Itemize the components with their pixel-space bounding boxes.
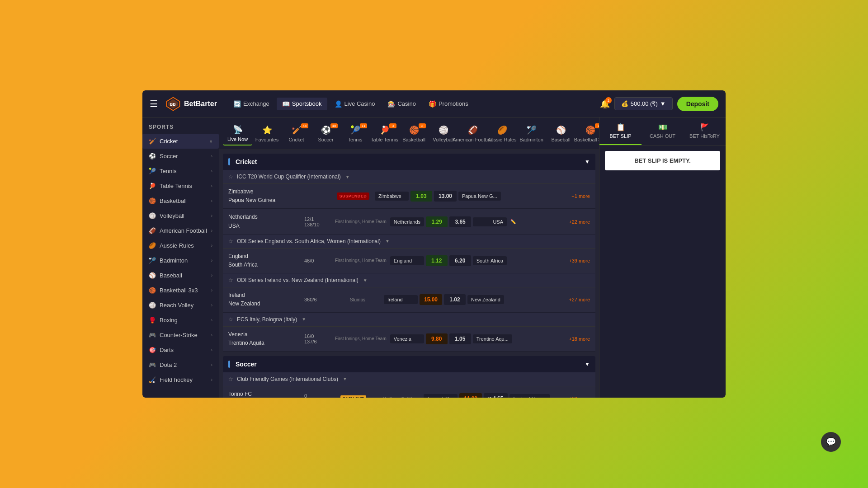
tab-cricket[interactable]: 46 🏏 Cricket xyxy=(282,122,311,145)
notification-button[interactable]: 🔔 1 xyxy=(600,99,610,109)
events-area: Cricket ▼ ☆ ICC T20 World Cup Qualifier … xyxy=(219,150,599,398)
tab-basketball[interactable]: 2 🏀 Basketball xyxy=(399,122,429,145)
sidebar-item-american-football[interactable]: 🏈 American Football › xyxy=(142,223,219,238)
odds-home-btn[interactable]: 1.03 xyxy=(410,191,432,202)
odds-home-ireland-btn[interactable]: 15.00 xyxy=(420,294,442,305)
sidebar-item-darts[interactable]: 🎯 Darts › xyxy=(142,343,219,357)
chevron-down-icon: ▼ xyxy=(660,100,666,107)
nav-sportsbook[interactable]: 📖 Sportsbook xyxy=(277,98,327,110)
more-btn-zimbabwe[interactable]: +1 more xyxy=(571,193,590,199)
odds-away-venezia: Trentino Aqu... xyxy=(473,334,512,343)
more-btn-ireland[interactable]: +27 more xyxy=(569,297,590,302)
more-btn-england[interactable]: +39 more xyxy=(569,258,590,263)
hamburger-menu[interactable]: ☰ xyxy=(150,99,158,109)
tab-bet-slip[interactable]: 📋 BET SLIP xyxy=(599,117,642,145)
sidebar-item-aussie-rules[interactable]: 🏉 Aussie Rules › xyxy=(142,238,219,253)
sidebar-item-table-tennis[interactable]: 🏓 Table Tennis › xyxy=(142,178,219,193)
sidebar-item-baseball[interactable]: ⚾ Baseball › xyxy=(142,268,219,283)
odds-draw-torino-btn[interactable]: x 4.65 xyxy=(484,393,508,398)
star-icon-3[interactable]: ☆ xyxy=(228,277,233,283)
bet-slip-tabs: 📋 BET SLIP 💵 CASH OUT 🚩 BET HisToRY xyxy=(599,117,726,145)
team1-torino: Torino FC xyxy=(228,390,301,398)
nav-casino[interactable]: 🎰 Casino xyxy=(382,98,421,110)
tab-cash-out[interactable]: 💵 CASH OUT xyxy=(642,117,684,145)
sidebar-item-tennis[interactable]: 🎾 Tennis › xyxy=(142,164,219,178)
balance-button[interactable]: 💰 500.00 (₹) ▼ xyxy=(614,97,673,110)
chevron-right-bball: › xyxy=(211,198,212,203)
sidebar-item-counter-strike[interactable]: 🎮 Counter-Strike › xyxy=(142,328,219,343)
tab-favourites[interactable]: ⭐ Favourites xyxy=(252,122,282,145)
star-icon-5[interactable]: ☆ xyxy=(228,376,233,382)
odds-home-england-btn[interactable]: 1.12 xyxy=(426,255,448,266)
soccer-collapse-icon[interactable]: ▼ xyxy=(585,361,590,367)
cricket-collapse-icon[interactable]: ▼ xyxy=(585,159,590,165)
sidebar-item-badminton[interactable]: 🏸 Badminton › xyxy=(142,253,219,268)
odi-dropdown[interactable]: ▼ xyxy=(385,239,390,244)
tab-badminton[interactable]: 🏸 Badminton xyxy=(517,122,546,145)
sidebar-item-field-hockey[interactable]: 🏑 Field hockey › xyxy=(142,372,219,387)
sidebar-item-boxing[interactable]: 🥊 Boxing › xyxy=(142,313,219,328)
odds-draw-ireland-btn[interactable]: 1.02 xyxy=(444,294,466,305)
star-icon-4[interactable]: ☆ xyxy=(228,316,233,323)
odds-home-netherlands-btn[interactable]: 1.29 xyxy=(426,216,448,227)
club-friendly-league: ☆ Club Friendly Games (International Clu… xyxy=(223,372,595,386)
chevron-right-dota2: › xyxy=(211,362,212,367)
chevron-right-cs: › xyxy=(211,333,212,338)
chat-button[interactable]: 💬 xyxy=(821,432,841,452)
tab-american-football[interactable]: 🏈 American Football xyxy=(458,122,487,145)
chevron-right-tt: › xyxy=(211,183,212,188)
team2-png: Papua New Guinea xyxy=(228,196,301,205)
tab-live-now[interactable]: 📡 Live Now xyxy=(223,122,252,145)
odds-draw-venezia-btn[interactable]: 1.05 xyxy=(449,333,471,344)
tab-tennis[interactable]: 11 🎾 Tennis xyxy=(340,122,370,145)
nav-promotions[interactable]: 🎁 Promotions xyxy=(423,98,474,110)
cricket-tab-icon: 🏏 xyxy=(292,125,302,135)
odi-ireland-dropdown[interactable]: ▼ xyxy=(363,278,368,283)
sidebar-item-volleyball[interactable]: 🏐 Volleyball › xyxy=(142,208,219,223)
table-row: Torino FC Eintracht Frankfurt 0 1 CASH O… xyxy=(223,386,595,398)
tab-aussie-rules[interactable]: 🏉 Aussie Rules xyxy=(487,122,517,145)
sidebar-item-dota2[interactable]: 🎮 Dota 2 › xyxy=(142,357,219,372)
star-icon-2[interactable]: ☆ xyxy=(228,238,233,244)
match-info-netherlands: First Innings, Home Team xyxy=(335,219,387,224)
casino-icon: 🎰 xyxy=(387,100,395,108)
tab-table-tennis[interactable]: 3 🏓 Table Tennis xyxy=(370,122,399,145)
odds-home-venezia-btn[interactable]: 9.80 xyxy=(426,333,448,344)
deposit-button[interactable]: Deposit xyxy=(677,97,718,111)
sidebar-item-basketball3x3[interactable]: 🏀 Basketball 3x3 › xyxy=(142,283,219,298)
more-btn-netherlands[interactable]: +22 more xyxy=(569,219,590,225)
sidebar-label-basketball: Basketball xyxy=(160,197,187,204)
odds-draw-netherlands-btn[interactable]: 3.65 xyxy=(449,216,471,227)
tab-basketball3x3[interactable]: 1 🏀 Basketball 3x3 xyxy=(576,122,599,145)
odds-home-torino-btn[interactable]: 11.00 xyxy=(459,393,482,398)
chevron-right-icon: ∨ xyxy=(209,139,212,144)
sidebar-item-cricket[interactable]: 🏏 Cricket ∨ xyxy=(142,134,219,149)
tab-bet-history[interactable]: 🚩 BET HisToRY xyxy=(684,117,726,145)
sport-tabs: 📡 Live Now ⭐ Favourites 46 🏏 Cricket 48 … xyxy=(219,117,599,150)
sidebar-item-soccer[interactable]: ⚽ Soccer › xyxy=(142,149,219,164)
club-dropdown[interactable]: ▼ xyxy=(343,376,347,381)
nav-links: 🔄 Exchange 📖 Sportsbook 👤 Live Casino 🎰 … xyxy=(228,98,474,110)
more-btn-torino[interactable]: +20 more xyxy=(569,396,590,398)
chevron-right-boxing: › xyxy=(211,318,212,323)
more-btn-venezia[interactable]: +18 more xyxy=(569,336,590,342)
league-dropdown-icon[interactable]: ▼ xyxy=(345,174,350,179)
main-container: ☰ BB BetBarter 🔄 Exchange 📖 Sportsbook 👤… xyxy=(142,90,726,398)
ecs-dropdown[interactable]: ▼ xyxy=(302,317,306,322)
sidebar-label-badminton: Badminton xyxy=(160,257,188,264)
nav-exchange[interactable]: 🔄 Exchange xyxy=(228,98,275,110)
sidebar-item-basketball[interactable]: 🏀 Basketball › xyxy=(142,193,219,208)
sidebar-item-beach-volley[interactable]: 🏐 Beach Volley › xyxy=(142,298,219,313)
sidebar-label-dota2: Dota 2 xyxy=(160,361,177,368)
odds-draw-btn[interactable]: 13.00 xyxy=(434,191,457,202)
sidebar-label-fhockey: Field hockey xyxy=(160,376,193,383)
bet-slip-tab-icon: 📋 xyxy=(616,123,625,131)
nav-live-casino[interactable]: 👤 Live Casino xyxy=(329,98,381,110)
cricket-icon: 🏏 xyxy=(149,138,156,145)
tab-soccer[interactable]: 48 ⚽ Soccer xyxy=(311,122,340,145)
tab-baseball[interactable]: ⚾ Baseball xyxy=(546,122,576,145)
field-hockey-icon: 🏑 xyxy=(149,376,156,383)
odds-draw-england-btn[interactable]: 6.20 xyxy=(449,255,471,266)
star-icon[interactable]: ☆ xyxy=(228,174,233,180)
chevron-right-af: › xyxy=(211,228,212,233)
